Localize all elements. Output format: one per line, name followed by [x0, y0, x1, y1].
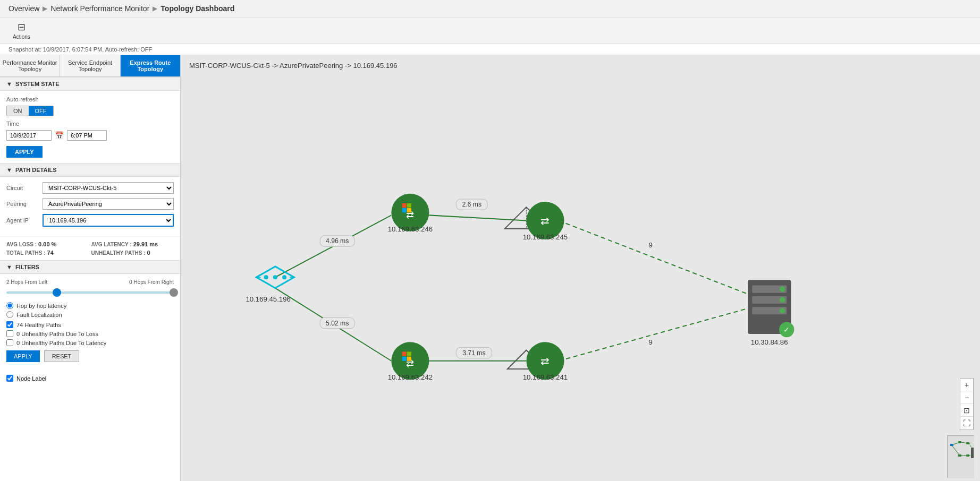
svg-point-27 [780, 287, 785, 292]
agent-label: 10.169.45.196 [246, 295, 290, 303]
minimap-svg [948, 436, 974, 478]
svg-point-3 [282, 275, 286, 279]
hop-by-hop-radio[interactable]: Hop by hop latency [6, 302, 174, 309]
slider-thumb-left[interactable] [53, 288, 61, 297]
system-state-content: Auto-refresh ON OFF Time 📅 APPLY [0, 91, 180, 163]
agent-ip-select[interactable]: 10.169.45.196 [43, 214, 174, 227]
left-panel: ◀ Performance MonitorTopology Service En… [0, 55, 181, 481]
circuit-select[interactable]: MSIT-CORP-WCUS-Ckt-5 [43, 182, 174, 194]
tab-performance-monitor[interactable]: Performance MonitorTopology [0, 55, 60, 76]
tab-express-route[interactable]: Express RouteTopology [121, 55, 180, 76]
svg-text:⇄: ⇄ [406, 358, 414, 369]
breadcrumb-item-overview[interactable]: Overview [9, 4, 39, 13]
svg-text:⇄: ⇄ [540, 215, 550, 227]
system-state-collapse-icon: ▼ [6, 81, 12, 87]
breadcrumb-sep-1: ▶ [43, 5, 47, 12]
auto-refresh-label: Auto-refresh [6, 96, 174, 102]
edge-label-n4-dest: 9 [648, 338, 652, 346]
edge-label-n3: 5.02 ms [326, 320, 349, 327]
path-details-title: PATH DETAILS [15, 167, 57, 173]
edge-n2-dest [559, 221, 753, 296]
hops-labels: 2 Hops From Left 0 Hops From Right [6, 279, 174, 285]
snapshot-text: Snapshot at: 10/9/2017, 6:07:54 PM, Auto… [9, 46, 152, 53]
node-n3-label: 10.169.63.242 [388, 373, 433, 381]
zoom-controls: + − ⊡ ⛶ [960, 378, 974, 430]
filter-reset-btn[interactable]: RESET [44, 350, 80, 362]
filters-content: 2 Hops From Left 0 Hops From Right Hop b… [0, 274, 180, 372]
edge-n1-n2 [429, 215, 526, 220]
unhealthy-paths-stat: UNHEALTHY PATHS : 0 [91, 250, 174, 256]
healthy-paths-check[interactable]: 74 Healthy Paths [6, 321, 174, 328]
circuit-row: Circuit MSIT-CORP-WCUS-Ckt-5 [6, 182, 174, 194]
time-label: Time [6, 121, 174, 127]
node-label-check[interactable] [6, 375, 13, 382]
avg-loss-stat: AVG LOSS : 0.00 % [6, 241, 89, 247]
breadcrumb-item-current: Topology Dashboard [160, 4, 234, 13]
svg-text:⇄: ⇄ [540, 355, 550, 367]
svg-rect-16 [402, 351, 407, 356]
slider-track [6, 291, 174, 294]
stats-section: AVG LOSS : 0.00 % AVG LATENCY : 29.91 ms… [0, 236, 180, 260]
node-n1-label: 10.169.63.246 [388, 225, 433, 233]
minimap [947, 435, 974, 478]
path-details-content: Circuit MSIT-CORP-WCUS-Ckt-5 Peering Azu… [0, 177, 180, 236]
agent-ip-label: Agent IP [6, 217, 43, 224]
hops-right-label: 0 Hops From Right [129, 279, 174, 285]
filters-title: FILTERS [15, 264, 39, 270]
total-paths-stat: TOTAL PATHS : 74 [6, 250, 89, 256]
svg-text:✓: ✓ [783, 325, 790, 334]
zoom-reset-btn[interactable]: ⊡ [960, 404, 973, 417]
peering-select[interactable]: AzurePrivatePeering [43, 198, 174, 210]
tab-service-endpoint[interactable]: Service EndpointTopology [60, 55, 120, 76]
edge-label-n1n2: 2.6 ms [462, 201, 481, 208]
snapshot-bar: Snapshot at: 10/9/2017, 6:07:54 PM, Auto… [0, 44, 980, 55]
tabs: Performance MonitorTopology Service Endp… [0, 55, 180, 77]
path-details-collapse-icon: ▼ [6, 167, 12, 173]
hops-left-label: 2 Hops From Left [6, 279, 47, 285]
unhealthy-latency-check[interactable]: 0 Unhealthy Paths Due To Latency [6, 339, 174, 346]
unhealthy-loss-check[interactable]: 0 Unhealthy Paths Due To Loss [6, 330, 174, 337]
hops-slider[interactable] [6, 287, 174, 298]
toggle-on-btn[interactable]: ON [7, 106, 29, 116]
actions-icon: ⊟ [18, 21, 26, 33]
fault-localization-radio[interactable]: Fault Localization [6, 311, 174, 318]
toggle-off-btn[interactable]: OFF [29, 106, 53, 116]
actions-button[interactable]: ⊟ Actions [9, 19, 35, 42]
toolbar: ⊟ Actions [0, 18, 980, 44]
svg-rect-5 [402, 203, 407, 208]
actions-label: Actions [13, 34, 30, 40]
node-label-text: Node Label [16, 375, 46, 382]
edge-label-n3n4: 3.71 ms [462, 349, 485, 357]
svg-text:⇄: ⇄ [406, 209, 414, 220]
calendar-icon[interactable]: 📅 [55, 131, 64, 140]
peering-row: Peering AzurePrivatePeering [6, 198, 174, 210]
slider-thumb-right[interactable] [170, 288, 178, 297]
peering-label: Peering [6, 201, 43, 207]
zoom-in-btn[interactable]: + [960, 379, 973, 391]
filters-collapse-icon: ▼ [6, 264, 12, 270]
system-state-header[interactable]: ▼ SYSTEM STATE [0, 77, 180, 91]
svg-point-29 [780, 297, 785, 303]
filter-apply-btn[interactable]: APPLY [6, 350, 40, 362]
auto-refresh-toggle: ON OFF [6, 106, 54, 116]
date-input[interactable] [6, 130, 52, 141]
node-n2-label: 10.169.63.245 [523, 233, 568, 241]
svg-point-1 [264, 275, 268, 279]
edge-label-n2-dest: 9 [648, 241, 652, 249]
edge-n4-dest [559, 307, 753, 361]
zoom-fullscreen-btn[interactable]: ⛶ [960, 417, 973, 430]
dest-node[interactable]: ✓ [748, 280, 794, 337]
time-input[interactable] [67, 130, 107, 141]
breadcrumb-sep-2: ▶ [153, 5, 157, 12]
filters-header[interactable]: ▼ FILTERS [0, 260, 180, 274]
filter-buttons: APPLY RESET [6, 350, 174, 362]
node-label-row: Node Label [0, 372, 180, 385]
zoom-out-btn[interactable]: − [960, 391, 973, 404]
system-state-apply-btn[interactable]: APPLY [6, 146, 43, 158]
radio-group: Hop by hop latency Fault Localization [6, 302, 174, 318]
node-n4-label: 10.169.63.241 [523, 373, 568, 381]
path-details-header[interactable]: ▼ PATH DETAILS [0, 163, 180, 177]
avg-latency-stat: AVG LATENCY : 29.91 ms [91, 241, 174, 247]
svg-rect-6 [407, 203, 411, 208]
breadcrumb-item-npm[interactable]: Network Performance Monitor [50, 4, 149, 13]
